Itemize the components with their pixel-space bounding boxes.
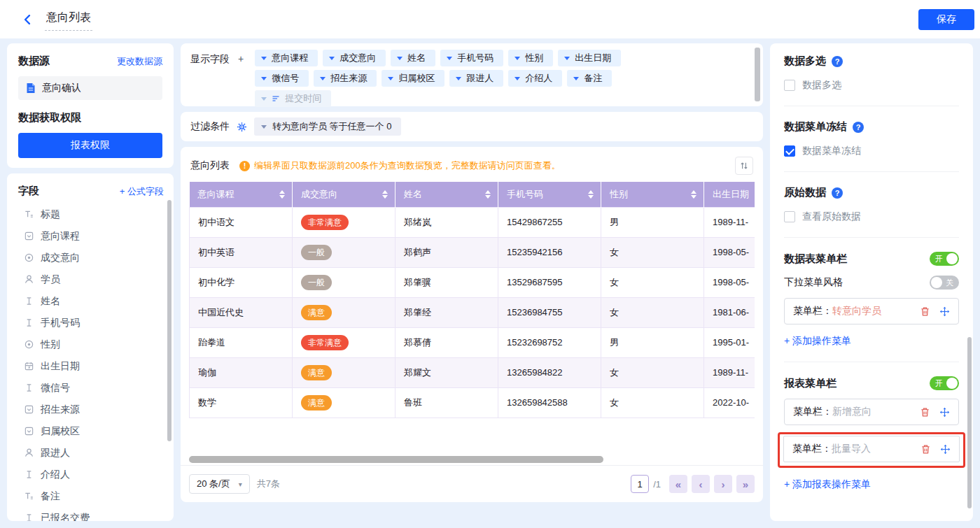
field-label: 标题 (41, 208, 60, 221)
table-menu-toggle[interactable]: 开 (930, 252, 959, 266)
back-button[interactable] (18, 10, 36, 29)
help-icon[interactable]: ? (832, 56, 843, 67)
display-field-tag[interactable]: 微信号 (255, 70, 309, 87)
datasource-item[interactable]: 意向确认 (18, 76, 162, 100)
column-label: 手机号码 (507, 189, 543, 199)
display-field-tag[interactable]: 性别 (508, 50, 553, 66)
display-field-tag[interactable]: 意向课程 (255, 50, 318, 66)
field-item[interactable]: 介绍人 (18, 464, 164, 485)
add-table-menu-link[interactable]: + 添加操作菜单 (784, 335, 959, 348)
last-page-button[interactable]: » (736, 475, 755, 493)
next-page-button[interactable]: › (714, 475, 732, 493)
select-icon (23, 426, 34, 437)
display-field-tag[interactable]: 成交意向 (323, 50, 386, 66)
divider (784, 106, 959, 106)
field-item[interactable]: 备注 (18, 485, 164, 507)
delete-menu-button[interactable] (920, 306, 930, 317)
delete-menu-button[interactable] (920, 407, 930, 418)
column-header[interactable]: 手机号码 (498, 182, 601, 207)
table-menu-title: 数据表菜单栏 (784, 252, 847, 266)
checkbox-icon[interactable] (784, 145, 795, 157)
page-number-input[interactable]: 1 (631, 475, 649, 493)
name-cell: 郑肇经 (396, 297, 498, 327)
display-field-tag[interactable]: 招生来源 (314, 70, 377, 87)
field-item[interactable]: 手机号码 (18, 312, 164, 334)
column-header[interactable]: 意向课程 (190, 182, 293, 207)
chevron-down-icon (261, 57, 267, 63)
move-menu-button[interactable] (940, 444, 951, 455)
display-field-tag[interactable]: 归属校区 (382, 70, 444, 87)
table-header-row: 意向课程成交意向姓名手机号码性别出生日期 (190, 182, 755, 207)
column-header[interactable]: 姓名 (396, 182, 498, 207)
add-formula-field-link[interactable]: + 公式字段 (120, 185, 164, 198)
field-item[interactable]: 意向课程 (18, 225, 164, 247)
first-page-button[interactable]: « (669, 475, 687, 493)
column-header[interactable]: 性别 (601, 182, 704, 207)
column-header[interactable]: 出生日期 (704, 182, 755, 207)
checkbox-icon[interactable] (784, 211, 795, 222)
display-field-tag[interactable]: 备注 (567, 70, 612, 87)
field-item[interactable]: 归属校区 (18, 420, 164, 442)
preview-table-panel: 意向列表 ! 编辑界面只取数据源前200条作为查询数据预览，完整数据请访问页面查… (181, 147, 763, 502)
preview-title: 意向列表 (190, 159, 230, 172)
field-item[interactable]: 出生日期 (18, 355, 164, 377)
field-item[interactable]: 招生来源 (18, 399, 164, 420)
save-button[interactable]: 保存 (918, 9, 974, 30)
move-menu-button[interactable] (939, 306, 950, 317)
column-label: 意向课程 (198, 189, 234, 199)
field-item[interactable]: 跟进人 (18, 442, 164, 464)
add-display-field-button[interactable]: + (235, 53, 246, 100)
raw-data-checkbox-row[interactable]: 查看原始数据 (784, 211, 959, 223)
field-item[interactable]: 学员 (18, 269, 164, 290)
field-item[interactable]: 姓名 (18, 290, 164, 312)
settings-scrollbar[interactable] (967, 337, 972, 508)
table-row: 中国近代史满意郑肇经15236984755女1981-06- (190, 297, 755, 327)
filter-condition-tag[interactable]: 转为意向学员 等于任意一个 0 (254, 117, 401, 136)
field-item[interactable]: 成交意向 (18, 247, 164, 269)
phone-cell: 13529687595 (498, 267, 601, 297)
display-field-tag[interactable]: 姓名 (391, 50, 435, 66)
display-field-tag[interactable]: 出生日期 (558, 50, 621, 66)
field-item[interactable]: 性别 (18, 334, 164, 355)
help-icon[interactable]: ? (853, 122, 864, 133)
field-item[interactable]: 已报名交费 (18, 507, 164, 521)
field-item[interactable]: 标题 (18, 204, 164, 225)
sort-carets-icon[interactable] (382, 187, 388, 201)
menu-bar-item[interactable]: 菜单栏：批量导入 (783, 436, 960, 462)
menu-freeze-checkbox-row[interactable]: 数据菜单冻结 (784, 145, 959, 157)
report-menu-toggle[interactable]: 开 (930, 376, 959, 390)
help-icon[interactable]: ? (832, 187, 843, 199)
sort-carets-icon[interactable] (588, 187, 594, 201)
prev-page-button[interactable]: ‹ (692, 475, 710, 493)
total-count: 共7条 (257, 478, 280, 490)
column-header[interactable]: 成交意向 (293, 182, 396, 207)
sort-carets-icon[interactable] (485, 187, 491, 201)
sort-order-button[interactable] (735, 157, 753, 175)
fields-scrollbar[interactable] (167, 200, 172, 441)
sort-carets-icon[interactable] (279, 187, 285, 201)
move-menu-button[interactable] (939, 407, 950, 418)
multi-select-checkbox-row[interactable]: 数据多选 (784, 79, 959, 92)
delete-menu-button[interactable] (920, 444, 931, 455)
gender-cell: 女 (601, 297, 704, 327)
change-datasource-link[interactable]: 更改数据源 (117, 55, 162, 68)
display-field-tag[interactable]: 介绍人 (508, 70, 562, 87)
report-permission-button[interactable]: 报表权限 (18, 133, 162, 158)
page-size-select[interactable]: 20 条/页 ▾ (189, 474, 250, 494)
horizontal-scrollbar[interactable] (189, 456, 603, 463)
dropdown-style-toggle[interactable]: 关 (930, 276, 959, 290)
menu-bar-item[interactable]: 菜单栏：转意向学员 (784, 298, 959, 324)
field-item[interactable]: 微信号 (18, 377, 164, 399)
display-fields-scrollbar[interactable] (755, 48, 760, 101)
menu-bar-item[interactable]: 菜单栏：新增意向 (784, 399, 959, 425)
birthday-cell: 1998-05- (704, 237, 755, 267)
display-field-tag[interactable]: 手机号码 (440, 50, 503, 66)
add-report-menu-link[interactable]: + 添加报表操作菜单 (784, 478, 959, 491)
sort-carets-icon[interactable] (691, 187, 696, 201)
display-field-tag[interactable]: 跟进人 (449, 70, 503, 87)
tag-row: 提交时间 (255, 90, 621, 107)
menu-item-value: 转意向学员 (832, 305, 881, 317)
select-icon (23, 404, 34, 415)
filter-settings-button[interactable] (237, 122, 247, 132)
checkbox-icon[interactable] (784, 80, 795, 91)
